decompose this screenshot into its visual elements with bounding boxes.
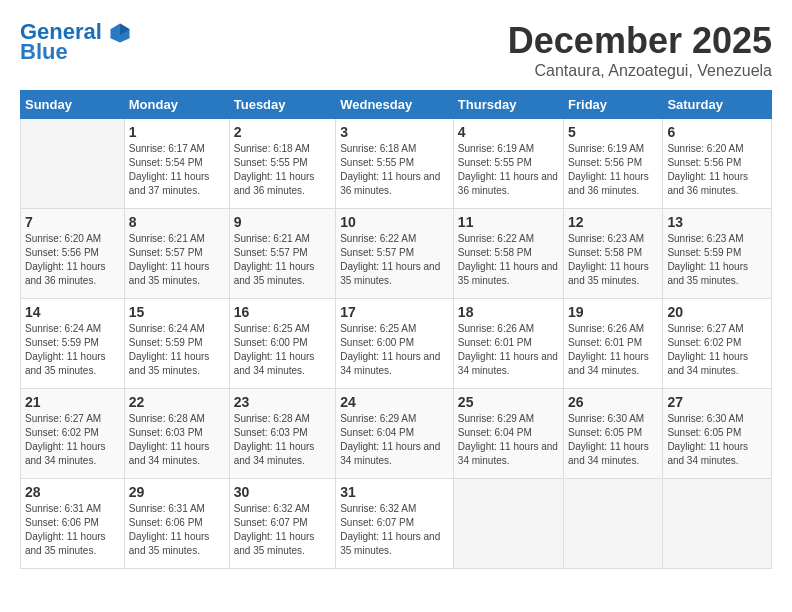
day-info: Sunrise: 6:32 AMSunset: 6:07 PMDaylight:… [234,502,331,558]
week-row-5: 28Sunrise: 6:31 AMSunset: 6:06 PMDayligh… [21,479,772,569]
calendar-cell: 2Sunrise: 6:18 AMSunset: 5:55 PMDaylight… [229,119,335,209]
header-row: SundayMondayTuesdayWednesdayThursdayFrid… [21,91,772,119]
day-number: 20 [667,304,767,320]
day-info: Sunrise: 6:30 AMSunset: 6:05 PMDaylight:… [667,412,767,468]
day-info: Sunrise: 6:24 AMSunset: 5:59 PMDaylight:… [129,322,225,378]
day-number: 13 [667,214,767,230]
day-number: 21 [25,394,120,410]
day-number: 16 [234,304,331,320]
day-info: Sunrise: 6:17 AMSunset: 5:54 PMDaylight:… [129,142,225,198]
day-number: 29 [129,484,225,500]
header-sunday: Sunday [21,91,125,119]
day-info: Sunrise: 6:32 AMSunset: 6:07 PMDaylight:… [340,502,449,558]
calendar-cell: 15Sunrise: 6:24 AMSunset: 5:59 PMDayligh… [124,299,229,389]
day-info: Sunrise: 6:18 AMSunset: 5:55 PMDaylight:… [234,142,331,198]
day-info: Sunrise: 6:26 AMSunset: 6:01 PMDaylight:… [568,322,658,378]
header-tuesday: Tuesday [229,91,335,119]
day-info: Sunrise: 6:20 AMSunset: 5:56 PMDaylight:… [25,232,120,288]
calendar-cell: 14Sunrise: 6:24 AMSunset: 5:59 PMDayligh… [21,299,125,389]
day-number: 2 [234,124,331,140]
calendar-cell: 19Sunrise: 6:26 AMSunset: 6:01 PMDayligh… [564,299,663,389]
day-number: 4 [458,124,559,140]
calendar-cell: 22Sunrise: 6:28 AMSunset: 6:03 PMDayligh… [124,389,229,479]
day-info: Sunrise: 6:31 AMSunset: 6:06 PMDaylight:… [25,502,120,558]
week-row-2: 7Sunrise: 6:20 AMSunset: 5:56 PMDaylight… [21,209,772,299]
day-number: 1 [129,124,225,140]
week-row-4: 21Sunrise: 6:27 AMSunset: 6:02 PMDayligh… [21,389,772,479]
day-info: Sunrise: 6:24 AMSunset: 5:59 PMDaylight:… [25,322,120,378]
header-friday: Friday [564,91,663,119]
day-number: 19 [568,304,658,320]
day-number: 22 [129,394,225,410]
day-number: 31 [340,484,449,500]
day-info: Sunrise: 6:27 AMSunset: 6:02 PMDaylight:… [667,322,767,378]
day-number: 5 [568,124,658,140]
calendar-cell: 10Sunrise: 6:22 AMSunset: 5:57 PMDayligh… [336,209,454,299]
day-info: Sunrise: 6:23 AMSunset: 5:58 PMDaylight:… [568,232,658,288]
calendar-cell: 12Sunrise: 6:23 AMSunset: 5:58 PMDayligh… [564,209,663,299]
day-info: Sunrise: 6:25 AMSunset: 6:00 PMDaylight:… [340,322,449,378]
day-number: 7 [25,214,120,230]
calendar-cell: 16Sunrise: 6:25 AMSunset: 6:00 PMDayligh… [229,299,335,389]
calendar-cell [453,479,563,569]
calendar-cell [21,119,125,209]
day-info: Sunrise: 6:21 AMSunset: 5:57 PMDaylight:… [234,232,331,288]
calendar-cell: 6Sunrise: 6:20 AMSunset: 5:56 PMDaylight… [663,119,772,209]
day-info: Sunrise: 6:19 AMSunset: 5:56 PMDaylight:… [568,142,658,198]
day-info: Sunrise: 6:26 AMSunset: 6:01 PMDaylight:… [458,322,559,378]
day-info: Sunrise: 6:22 AMSunset: 5:58 PMDaylight:… [458,232,559,288]
calendar-cell: 17Sunrise: 6:25 AMSunset: 6:00 PMDayligh… [336,299,454,389]
day-info: Sunrise: 6:22 AMSunset: 5:57 PMDaylight:… [340,232,449,288]
calendar-cell: 3Sunrise: 6:18 AMSunset: 5:55 PMDaylight… [336,119,454,209]
calendar-cell: 13Sunrise: 6:23 AMSunset: 5:59 PMDayligh… [663,209,772,299]
calendar-cell: 30Sunrise: 6:32 AMSunset: 6:07 PMDayligh… [229,479,335,569]
day-number: 3 [340,124,449,140]
day-number: 28 [25,484,120,500]
calendar-cell: 29Sunrise: 6:31 AMSunset: 6:06 PMDayligh… [124,479,229,569]
header-wednesday: Wednesday [336,91,454,119]
day-number: 11 [458,214,559,230]
calendar-cell [564,479,663,569]
day-number: 14 [25,304,120,320]
calendar-cell: 11Sunrise: 6:22 AMSunset: 5:58 PMDayligh… [453,209,563,299]
calendar-cell: 8Sunrise: 6:21 AMSunset: 5:57 PMDaylight… [124,209,229,299]
day-info: Sunrise: 6:28 AMSunset: 6:03 PMDaylight:… [234,412,331,468]
week-row-3: 14Sunrise: 6:24 AMSunset: 5:59 PMDayligh… [21,299,772,389]
header-saturday: Saturday [663,91,772,119]
calendar-cell: 24Sunrise: 6:29 AMSunset: 6:04 PMDayligh… [336,389,454,479]
day-info: Sunrise: 6:29 AMSunset: 6:04 PMDaylight:… [458,412,559,468]
day-info: Sunrise: 6:20 AMSunset: 5:56 PMDaylight:… [667,142,767,198]
day-info: Sunrise: 6:25 AMSunset: 6:00 PMDaylight:… [234,322,331,378]
header-thursday: Thursday [453,91,563,119]
day-number: 10 [340,214,449,230]
day-number: 9 [234,214,331,230]
calendar-cell: 7Sunrise: 6:20 AMSunset: 5:56 PMDaylight… [21,209,125,299]
page-header: General Blue December 2025 Cantaura, Anz… [20,20,772,80]
calendar-cell: 25Sunrise: 6:29 AMSunset: 6:04 PMDayligh… [453,389,563,479]
calendar-cell: 23Sunrise: 6:28 AMSunset: 6:03 PMDayligh… [229,389,335,479]
day-info: Sunrise: 6:21 AMSunset: 5:57 PMDaylight:… [129,232,225,288]
day-number: 17 [340,304,449,320]
calendar-cell: 21Sunrise: 6:27 AMSunset: 6:02 PMDayligh… [21,389,125,479]
day-number: 24 [340,394,449,410]
calendar-cell: 5Sunrise: 6:19 AMSunset: 5:56 PMDaylight… [564,119,663,209]
day-number: 18 [458,304,559,320]
day-number: 27 [667,394,767,410]
calendar-cell: 31Sunrise: 6:32 AMSunset: 6:07 PMDayligh… [336,479,454,569]
logo: General Blue [20,20,134,64]
calendar-cell: 27Sunrise: 6:30 AMSunset: 6:05 PMDayligh… [663,389,772,479]
day-number: 23 [234,394,331,410]
day-number: 15 [129,304,225,320]
day-number: 25 [458,394,559,410]
header-monday: Monday [124,91,229,119]
month-title: December 2025 [508,20,772,62]
day-info: Sunrise: 6:18 AMSunset: 5:55 PMDaylight:… [340,142,449,198]
location: Cantaura, Anzoategui, Venezuela [508,62,772,80]
calendar-cell: 26Sunrise: 6:30 AMSunset: 6:05 PMDayligh… [564,389,663,479]
day-number: 8 [129,214,225,230]
calendar-cell: 18Sunrise: 6:26 AMSunset: 6:01 PMDayligh… [453,299,563,389]
week-row-1: 1Sunrise: 6:17 AMSunset: 5:54 PMDaylight… [21,119,772,209]
day-info: Sunrise: 6:27 AMSunset: 6:02 PMDaylight:… [25,412,120,468]
calendar-cell: 4Sunrise: 6:19 AMSunset: 5:55 PMDaylight… [453,119,563,209]
day-info: Sunrise: 6:23 AMSunset: 5:59 PMDaylight:… [667,232,767,288]
